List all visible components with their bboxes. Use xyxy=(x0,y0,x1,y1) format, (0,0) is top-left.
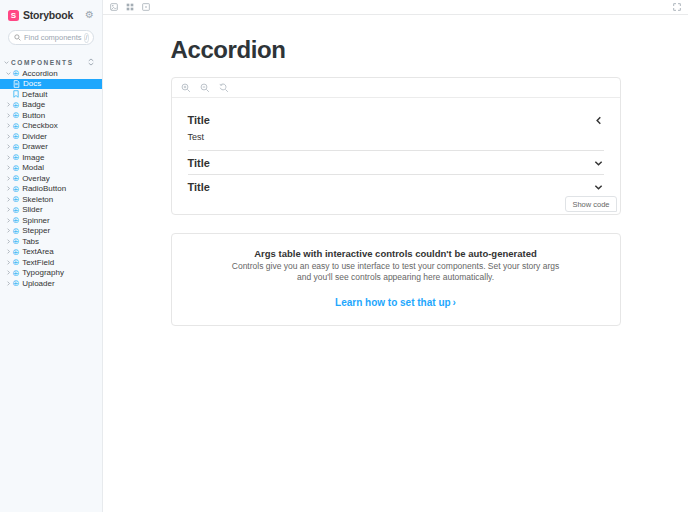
sidebar-item-image[interactable]: ⊕ Image xyxy=(0,152,102,163)
sidebar-item-label: Badge xyxy=(22,100,45,109)
preview-toolbar xyxy=(172,78,620,98)
sidebar-item-label: Skeleton xyxy=(22,195,53,204)
sidebar-item-label: Accordion xyxy=(22,69,58,78)
args-table-placeholder: Args table with interactive controls cou… xyxy=(171,233,621,326)
chevron-right-icon xyxy=(5,123,12,128)
sidebar-item-button[interactable]: ⊕ Button xyxy=(0,110,102,121)
chevron-right-icon: › xyxy=(453,297,456,308)
component-icon: ⊕ xyxy=(12,111,19,119)
sidebar-item-spinner[interactable]: ⊕ Spinner xyxy=(0,215,102,226)
chevron-right-icon xyxy=(5,186,12,191)
collapse-expand-all-icon[interactable] xyxy=(88,58,94,66)
chevron-right-icon xyxy=(5,165,12,170)
section-label: COMPONENTS xyxy=(11,59,74,66)
component-icon: ⊕ xyxy=(12,206,19,214)
sidebar-item-label: TextField xyxy=(22,258,54,267)
component-tree: COMPONENTS ⊕ Accordion Docs Default xyxy=(0,56,102,289)
component-icon: ⊕ xyxy=(12,153,19,161)
accordion: Title Test Ti xyxy=(188,108,604,198)
docs-scroll-area[interactable]: Accordion xyxy=(103,15,688,512)
component-icon: ⊕ xyxy=(12,258,19,266)
sidebar-item-docs[interactable]: Docs xyxy=(0,79,102,90)
viewport-box-icon[interactable] xyxy=(142,3,150,11)
gear-icon[interactable]: ⚙ xyxy=(85,10,94,20)
learn-link[interactable]: Learn how to set that up › xyxy=(335,297,456,308)
sidebar-item-radiobutton[interactable]: ⊕ RadioButton xyxy=(0,184,102,195)
sidebar-item-label: Uploader xyxy=(22,279,54,288)
main-area: Accordion xyxy=(103,0,688,512)
sidebar-item-label: Divider xyxy=(22,132,47,141)
sidebar-item-default[interactable]: Default xyxy=(0,89,102,100)
chevron-right-icon xyxy=(5,281,12,286)
chevron-right-icon xyxy=(5,228,12,233)
chevron-right-icon xyxy=(5,260,12,265)
sidebar-item-modal[interactable]: ⊕ Modal xyxy=(0,163,102,174)
sidebar-item-label: RadioButton xyxy=(22,184,66,193)
sidebar-item-checkbox[interactable]: ⊕ Checkbox xyxy=(0,121,102,132)
accordion-title: Title xyxy=(188,157,210,169)
component-icon: ⊕ xyxy=(12,237,19,245)
sidebar-item-overlay[interactable]: ⊕ Overlay xyxy=(0,173,102,184)
accordion-title: Title xyxy=(188,114,210,126)
sidebar-item-uploader[interactable]: ⊕ Uploader xyxy=(0,278,102,289)
fullscreen-icon[interactable] xyxy=(673,3,681,11)
component-icon: ⊕ xyxy=(12,227,19,235)
sidebar-item-badge[interactable]: ⊕ Badge xyxy=(0,100,102,111)
chevron-right-icon xyxy=(5,176,12,181)
component-icon: ⊕ xyxy=(12,132,19,140)
page-title: Accordion xyxy=(171,36,621,64)
sidebar-item-label: Typography xyxy=(22,268,64,277)
search-icon xyxy=(14,34,21,41)
sidebar-item-tabs[interactable]: ⊕ Tabs xyxy=(0,236,102,247)
grid-icon[interactable] xyxy=(126,3,134,11)
sidebar-item-label: Default xyxy=(22,90,47,99)
sidebar-item-typography[interactable]: ⊕ Typography xyxy=(0,268,102,279)
toolbar-left-group xyxy=(110,3,150,11)
story-preview-card: Title Test Ti xyxy=(171,77,621,215)
sidebar-item-slider[interactable]: ⊕ Slider xyxy=(0,205,102,216)
zoom-reset-icon[interactable] xyxy=(219,83,229,93)
component-icon: ⊕ xyxy=(12,164,19,172)
chevron-right-icon xyxy=(5,239,12,244)
sidebar-item-label: Overlay xyxy=(22,174,50,183)
app-title: Storybook xyxy=(23,9,73,21)
accordion-header[interactable]: Title xyxy=(188,151,604,174)
sidebar-item-skeleton[interactable]: ⊕ Skeleton xyxy=(0,194,102,205)
sidebar-header: S Storybook ⚙ xyxy=(0,7,102,30)
sidebar-components-list: ⊕ Badge ⊕ Button ⊕ Checkbox xyxy=(0,100,102,289)
sidebar-item-label: Stepper xyxy=(22,226,50,235)
accordion-content: Test xyxy=(188,131,604,150)
search-input[interactable] xyxy=(24,33,84,42)
zoom-in-icon[interactable] xyxy=(181,83,191,93)
sidebar-item-label: Spinner xyxy=(22,216,50,225)
chevron-down-icon xyxy=(4,60,9,65)
accordion-preview: Title Test Ti xyxy=(172,98,620,214)
args-description: Controls give you an easy to use interfa… xyxy=(232,261,560,283)
component-icon: ⊕ xyxy=(12,174,19,182)
chevron-right-icon xyxy=(5,102,12,107)
show-code-button[interactable]: Show code xyxy=(565,196,616,212)
sidebar-item-label: Docs xyxy=(23,79,41,88)
chevron-right-icon xyxy=(5,218,12,223)
component-icon: ⊕ xyxy=(12,185,19,193)
sidebar-item-textarea[interactable]: ⊕ TextArea xyxy=(0,247,102,258)
sidebar-item-drawer[interactable]: ⊕ Drawer xyxy=(0,142,102,153)
component-icon: ⊕ xyxy=(12,279,19,287)
sidebar-item-label: Tabs xyxy=(22,237,39,246)
learn-link-label: Learn how to set that up xyxy=(335,297,451,308)
component-icon: ⊕ xyxy=(12,195,19,203)
zoom-out-icon[interactable] xyxy=(200,83,210,93)
sidebar-item-divider[interactable]: ⊕ Divider xyxy=(0,131,102,142)
chevron-right-icon xyxy=(5,249,12,254)
component-icon: ⊕ xyxy=(12,248,19,256)
sidebar-item-stepper[interactable]: ⊕ Stepper xyxy=(0,226,102,237)
sidebar-item-accordion[interactable]: ⊕ Accordion xyxy=(0,68,102,79)
sidebar-item-textfield[interactable]: ⊕ TextField xyxy=(0,257,102,268)
accordion-header[interactable]: Title xyxy=(188,175,604,198)
chevron-right-icon xyxy=(5,155,12,160)
section-components[interactable]: COMPONENTS xyxy=(0,56,102,68)
accordion-header[interactable]: Title xyxy=(188,108,604,131)
search-box[interactable]: / xyxy=(8,30,94,45)
canvas-photo-icon[interactable] xyxy=(110,3,118,11)
chevron-icon xyxy=(594,182,604,192)
